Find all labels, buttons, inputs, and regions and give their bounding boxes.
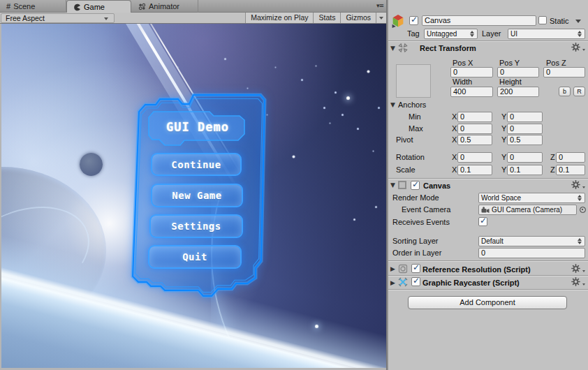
stats-button[interactable]: Stats [313, 13, 340, 23]
render-mode-dropdown[interactable]: World Space [478, 193, 585, 203]
receives-events-checkbox[interactable]: ✓ [478, 217, 487, 226]
gameobject-cube-icon[interactable] [390, 14, 406, 28]
tab-game-label: Game [84, 3, 105, 11]
min-label: Min [409, 112, 421, 121]
animator-icon [138, 3, 146, 10]
gizmos-dropdown-arrow[interactable] [376, 13, 386, 23]
order-in-layer-label: Order in Layer [392, 249, 441, 257]
canvas-enabled-checkbox[interactable]: ✓ [411, 181, 420, 190]
gui-demo-title: GUI Demo [149, 114, 247, 140]
chevron-down-icon [582, 270, 585, 272]
x-label: X [452, 124, 457, 133]
pos-z-field[interactable]: 0 [543, 67, 585, 77]
z-label: Z [550, 153, 555, 161]
settings-button[interactable]: Settings [149, 214, 243, 238]
canvas-component-icon [398, 181, 406, 189]
game-view-frame: GUI Demo Continue New Game Settings Quit [0, 24, 386, 370]
object-picker-icon[interactable] [580, 207, 586, 213]
updown-arrows-icon [578, 195, 582, 201]
anchor-max-x-field[interactable]: 0 [457, 124, 492, 134]
layer-dropdown[interactable]: UI [508, 29, 585, 39]
chevron-down-icon [104, 17, 108, 20]
static-dropdown-arrow[interactable] [575, 20, 581, 23]
scale-y-field[interactable]: 0.1 [507, 165, 543, 175]
anchor-max-y-field[interactable]: 0 [507, 124, 543, 134]
updown-arrows-icon [470, 31, 475, 37]
canvas-foldout[interactable]: ▼ [390, 182, 395, 188]
rotation-z-field[interactable]: 0 [556, 152, 585, 163]
pos-y-field[interactable]: 0 [497, 67, 539, 77]
add-component-button[interactable]: Add Component [408, 296, 567, 309]
tab-scene[interactable]: # Scene [0, 0, 66, 13]
z-label: Z [550, 165, 555, 174]
scale-z-field[interactable]: 0.1 [556, 165, 585, 175]
rotation-x-field[interactable]: 0 [457, 152, 492, 163]
pos-x-field[interactable]: 0 [450, 67, 493, 77]
check-icon: ✓ [412, 179, 419, 189]
new-game-button[interactable]: New Game [151, 184, 243, 207]
pivot-x-field[interactable]: 0.5 [457, 135, 492, 145]
pos-x-label: Pos X [453, 59, 473, 67]
anchors-foldout[interactable]: ▼ [390, 101, 395, 108]
gear-icon[interactable] [571, 277, 585, 286]
static-checkbox[interactable] [538, 16, 547, 24]
aspect-dropdown[interactable]: Free Aspect [1, 13, 115, 23]
check-icon: ✓ [480, 216, 487, 225]
scene-icon: # [6, 2, 10, 10]
y-label: Y [501, 165, 506, 174]
chevron-down-icon [582, 49, 585, 51]
scale-x-field[interactable]: 0.1 [457, 165, 492, 175]
blueprint-mode-button[interactable]: b [559, 87, 571, 96]
y-label: Y [501, 112, 506, 121]
left-tabbar: # Scene Game Animator ▾≡ [0, 0, 386, 13]
tag-dropdown[interactable]: Untagged [424, 29, 478, 39]
updown-arrows-icon [578, 31, 582, 37]
gameobject-name-field[interactable]: Canvas [422, 15, 536, 26]
sorting-layer-dropdown[interactable]: Default [478, 236, 585, 246]
gizmos-button[interactable]: Gizmos [340, 13, 376, 23]
graphic-raycaster-title: Graphic Raycaster (Script) [422, 279, 520, 287]
y-label: Y [501, 135, 506, 144]
anchor-min-x-field[interactable]: 0 [457, 112, 492, 122]
gear-icon[interactable] [571, 264, 585, 273]
left-pane-menu-icon[interactable]: ▾≡ [376, 2, 383, 9]
graphic-raycaster-checkbox[interactable]: ✓ [411, 277, 420, 286]
event-camera-object-field[interactable]: GUI Camera (Camera) [478, 205, 577, 215]
tab-game[interactable]: Game [66, 0, 131, 13]
y-label: Y [501, 153, 506, 161]
x-label: X [452, 112, 457, 121]
chevron-down-icon [379, 17, 383, 20]
gear-icon[interactable] [571, 180, 585, 189]
gui-demo-panel: GUI Demo Continue New Game Settings Quit [1, 24, 386, 368]
height-field[interactable]: 200 [497, 87, 539, 97]
order-in-layer-field[interactable]: 0 [478, 248, 585, 258]
max-label: Max [409, 124, 423, 133]
reference-resolution-checkbox[interactable]: ✓ [411, 264, 420, 273]
rotation-y-field[interactable]: 0 [507, 152, 543, 163]
raw-edit-mode-button[interactable]: R [573, 87, 585, 96]
rect-transform-foldout[interactable]: ▼ [390, 45, 395, 52]
anchor-min-y-field[interactable]: 0 [507, 112, 543, 122]
continue-button[interactable]: Continue [151, 153, 242, 176]
inspector-panel: ✓ Canvas Static Tag Untagged Layer UI ▼ … [388, 0, 588, 370]
game-toolbar: Free Aspect Maximize on Play Stats Gizmo… [0, 13, 386, 24]
tab-animator[interactable]: Animator [132, 0, 198, 13]
gear-icon[interactable] [571, 43, 585, 52]
quit-button[interactable]: Quit [148, 245, 242, 269]
rect-transform-icon [397, 43, 409, 53]
gameobject-active-checkbox[interactable]: ✓ [409, 16, 418, 25]
camera-icon [481, 207, 490, 214]
maximize-on-play-button[interactable]: Maximize on Play [245, 13, 313, 23]
event-camera-label: Event Camera [402, 205, 450, 214]
pos-z-label: Pos Z [546, 59, 566, 67]
scale-label: Scale [396, 165, 416, 174]
pivot-y-field[interactable]: 0.5 [507, 135, 543, 145]
graphic-raycaster-foldout[interactable]: ▶ [390, 279, 395, 286]
x-label: X [452, 135, 457, 144]
check-icon: ✓ [413, 262, 420, 272]
receives-events-label: Receives Events [392, 218, 450, 226]
reference-resolution-foldout[interactable]: ▶ [390, 265, 395, 272]
layer-label: Layer [482, 29, 501, 38]
toolbar-button-group: Maximize on Play Stats Gizmos [245, 13, 386, 23]
width-field[interactable]: 400 [450, 87, 493, 97]
